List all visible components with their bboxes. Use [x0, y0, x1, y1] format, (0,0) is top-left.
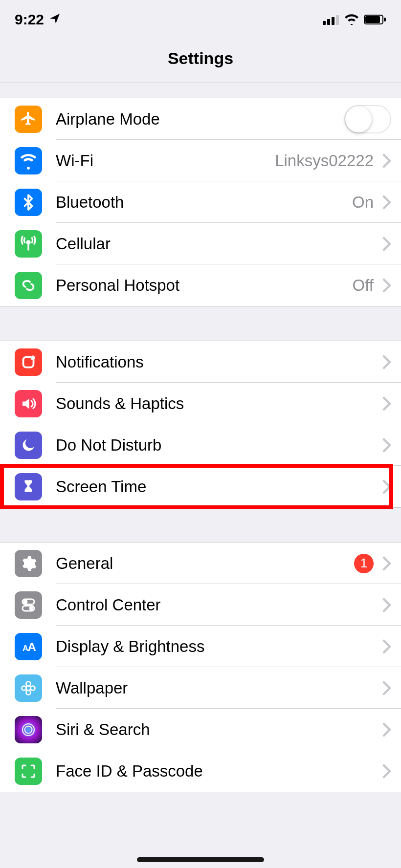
row-label: Wallpaper [56, 679, 379, 697]
cellular-icon [15, 230, 42, 258]
notifications-icon [15, 348, 42, 376]
battery-icon [364, 14, 386, 25]
row-label: Siri & Search [56, 720, 379, 739]
chevron-right-icon [382, 681, 391, 695]
row-label: Notifications [56, 353, 379, 371]
row-faceid-passcode[interactable]: Face ID & Passcode [0, 750, 401, 792]
airplane-mode-toggle[interactable] [344, 105, 391, 133]
row-label: Wi-Fi [56, 152, 275, 170]
settings-group-connectivity: Airplane Mode Wi-Fi Linksys02222 Bluetoo… [0, 98, 401, 306]
svg-point-12 [30, 607, 33, 609]
chevron-right-icon [382, 438, 391, 453]
status-right [323, 14, 386, 25]
svg-text:A: A [28, 640, 36, 653]
row-general[interactable]: General 1 [0, 542, 401, 584]
moon-icon [15, 432, 42, 459]
row-airplane-mode[interactable]: Airplane Mode [0, 98, 401, 140]
chevron-right-icon [382, 195, 391, 210]
chevron-right-icon [382, 153, 391, 168]
row-detail: Linksys02222 [275, 152, 374, 170]
wifi-signal-icon [344, 14, 359, 25]
row-label: Do Not Disturb [56, 436, 379, 455]
wifi-icon [15, 147, 42, 174]
row-label: Sounds & Haptics [56, 394, 379, 413]
row-sounds-haptics[interactable]: Sounds & Haptics [0, 383, 401, 424]
row-label: General [56, 554, 354, 573]
svg-rect-0 [323, 21, 326, 25]
chevron-right-icon [382, 355, 391, 369]
svg-point-21 [25, 726, 32, 733]
svg-rect-2 [332, 17, 334, 25]
hourglass-icon [15, 473, 42, 500]
row-label: Cellular [56, 235, 379, 253]
speaker-icon [15, 390, 42, 417]
row-label: Personal Hotspot [56, 276, 353, 295]
svg-point-8 [31, 355, 35, 360]
row-detail: Off [353, 276, 374, 295]
chevron-right-icon [382, 556, 391, 571]
flower-icon [15, 674, 42, 702]
airplane-icon [15, 106, 42, 133]
settings-group-alerts: Notifications Sounds & Haptics Do Not Di… [0, 341, 401, 508]
svg-rect-1 [327, 19, 330, 25]
row-wifi[interactable]: Wi-Fi Linksys02222 [0, 140, 401, 181]
gear-icon [15, 550, 42, 577]
svg-point-16 [26, 681, 31, 686]
svg-point-18 [22, 686, 26, 690]
svg-rect-6 [384, 18, 386, 22]
row-notifications[interactable]: Notifications [0, 341, 401, 383]
status-time: 9:22 [15, 11, 44, 28]
svg-rect-5 [365, 16, 380, 23]
hotspot-icon [15, 272, 42, 299]
group-spacer [0, 83, 401, 98]
switches-icon [15, 591, 42, 619]
row-label: Display & Brightness [56, 637, 379, 656]
row-label: Airplane Mode [56, 110, 344, 129]
row-bluetooth[interactable]: Bluetooth On [0, 181, 401, 223]
row-label: Control Center [56, 596, 379, 614]
svg-rect-3 [336, 15, 339, 25]
row-screen-time[interactable]: Screen Time [0, 466, 401, 507]
siri-icon [15, 716, 42, 743]
settings-group-general: General 1 Control Center AA Display & Br… [0, 542, 401, 792]
location-arrow-icon [49, 11, 61, 28]
row-label: Screen Time [56, 477, 379, 496]
chevron-right-icon [382, 639, 391, 654]
home-indicator [137, 857, 264, 862]
svg-point-10 [24, 600, 27, 603]
chevron-right-icon [382, 598, 391, 612]
row-cellular[interactable]: Cellular [0, 223, 401, 264]
page-title: Settings [0, 34, 401, 83]
chevron-right-icon [382, 278, 391, 293]
status-bar: 9:22 [0, 5, 401, 34]
row-display-brightness[interactable]: AA Display & Brightness [0, 626, 401, 667]
svg-point-17 [26, 690, 31, 694]
row-wallpaper[interactable]: Wallpaper [0, 667, 401, 709]
faceid-icon [15, 758, 42, 785]
bluetooth-icon [15, 189, 42, 216]
row-siri-search[interactable]: Siri & Search [0, 709, 401, 750]
row-do-not-disturb[interactable]: Do Not Disturb [0, 424, 401, 466]
chevron-right-icon [382, 479, 391, 494]
status-left: 9:22 [15, 11, 61, 28]
row-label: Bluetooth [56, 193, 352, 212]
chevron-right-icon [382, 764, 391, 779]
chevron-right-icon [382, 722, 391, 737]
chevron-right-icon [382, 237, 391, 251]
group-spacer [0, 508, 401, 542]
text-size-icon: AA [15, 633, 42, 660]
group-spacer [0, 306, 401, 341]
cellular-signal-icon [323, 14, 339, 25]
row-personal-hotspot[interactable]: Personal Hotspot Off [0, 264, 401, 306]
row-label: Face ID & Passcode [56, 762, 379, 781]
row-control-center[interactable]: Control Center [0, 584, 401, 626]
row-detail: On [352, 193, 374, 212]
notification-badge: 1 [354, 554, 374, 573]
svg-point-19 [31, 686, 35, 690]
chevron-right-icon [382, 396, 391, 411]
